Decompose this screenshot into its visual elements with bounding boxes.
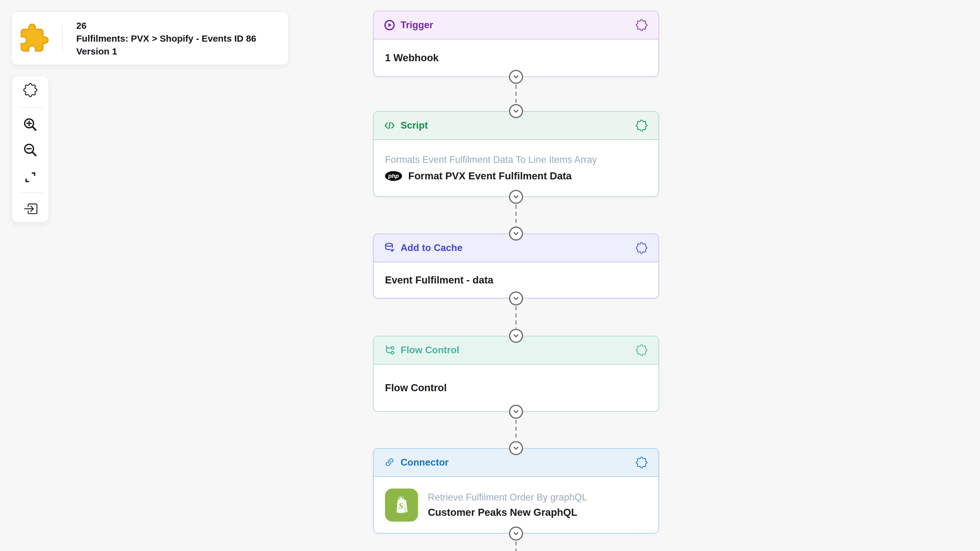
insert-step-chevron[interactable] (509, 405, 523, 419)
insert-step-chevron[interactable] (509, 329, 523, 343)
node-trigger[interactable]: Trigger 1 Webhook (373, 11, 659, 77)
node-settings-button[interactable] (635, 119, 648, 132)
insert-step-chevron[interactable] (509, 227, 523, 241)
connector-dash (515, 205, 517, 226)
node-connector[interactable]: Connector Retrieve Fulfilment Order By g… (373, 448, 659, 534)
zoom-out-button[interactable] (22, 142, 38, 158)
toolbar-divider (19, 192, 43, 193)
chevron-down-icon (511, 331, 520, 340)
workflow-version: Version 1 (76, 45, 256, 57)
node-title: Customer Peaks New GraphQL (428, 507, 587, 518)
gear-icon (636, 457, 648, 468)
insert-step-chevron[interactable] (509, 190, 523, 204)
chevron-down-icon (511, 529, 520, 538)
node-script-body: Formats Event Fulfilment Data To Line It… (374, 140, 659, 196)
exit-button[interactable] (22, 200, 38, 217)
fit-to-screen-button[interactable] (22, 169, 38, 186)
toolbar-divider (19, 107, 43, 108)
node-title: Flow Control (385, 382, 647, 394)
node-label: Trigger (401, 20, 433, 30)
node-settings-button[interactable] (635, 241, 648, 254)
card-divider (62, 24, 63, 53)
node-add-to-cache[interactable]: Add to Cache Event Fulfilment - data (373, 233, 659, 299)
node-label: Add to Cache (401, 243, 463, 254)
branch-icon (384, 345, 395, 356)
puzzle-icon (19, 23, 49, 54)
canvas-toolbar (12, 76, 49, 222)
php-badge-icon: php (385, 171, 402, 181)
connector-dash (515, 541, 517, 551)
gear-icon (636, 19, 648, 31)
node-title: 1 Webhook (385, 52, 647, 64)
gear-icon (23, 83, 37, 97)
node-label: Flow Control (401, 345, 460, 356)
node-subtitle: Retrieve Fulfilment Order By graphQL (428, 492, 587, 503)
shopify-icon (385, 489, 418, 522)
chevron-down-icon (511, 294, 520, 303)
node-settings-button[interactable] (635, 456, 648, 469)
exit-icon (23, 202, 37, 216)
gear-icon (636, 345, 648, 356)
node-trigger-header: Trigger (374, 11, 659, 40)
insert-step-chevron[interactable] (509, 291, 523, 305)
play-circle-icon (384, 20, 395, 30)
connector-dash (515, 85, 517, 105)
chevron-down-icon (511, 443, 520, 453)
chevron-down-icon (511, 229, 520, 238)
node-title: Event Fulfilment - data (385, 274, 647, 286)
insert-step-chevron[interactable] (509, 441, 523, 455)
code-icon (384, 120, 395, 131)
chevron-down-icon (511, 192, 520, 202)
chevron-down-icon (511, 407, 520, 416)
database-icon (384, 243, 395, 254)
node-flow-control[interactable]: Flow Control Flow Control (373, 336, 659, 412)
node-subtitle: Formats Event Fulfilment Data To Line It… (385, 154, 647, 165)
node-title: Format PVX Event Fulfilment Data (408, 170, 572, 182)
connector-dash (515, 420, 517, 441)
node-settings-button[interactable] (635, 19, 648, 32)
zoom-out-icon (23, 143, 37, 157)
insert-step-chevron[interactable] (509, 527, 523, 541)
node-label: Script (401, 120, 428, 131)
insert-step-chevron[interactable] (509, 104, 523, 118)
workflow-canvas: { "page": {"background": "#f7f7f8"}, "wo… (0, 0, 980, 551)
node-script[interactable]: Script Formats Event Fulfilment Data To … (373, 111, 659, 197)
chevron-down-icon (511, 106, 520, 116)
settings-button[interactable] (22, 82, 38, 98)
workflow-title: Fulfilments: PVX > Shopify - Events ID 8… (76, 32, 256, 44)
link-icon (384, 457, 395, 468)
gear-icon (636, 120, 648, 131)
insert-step-chevron[interactable] (509, 70, 523, 84)
node-settings-button[interactable] (635, 344, 648, 357)
node-connector-body: Retrieve Fulfilment Order By graphQL Cus… (374, 477, 659, 533)
zoom-in-icon (23, 118, 37, 132)
connector-dash (515, 306, 517, 329)
gear-icon (636, 242, 648, 254)
node-flow-body: Flow Control (374, 365, 659, 411)
workflow-number: 26 (76, 20, 256, 32)
workflow-info-card: 26 Fulfilments: PVX > Shopify - Events I… (11, 11, 289, 65)
workflow-meta: 26 Fulfilments: PVX > Shopify - Events I… (76, 20, 256, 57)
expand-icon (23, 170, 37, 184)
chevron-down-icon (511, 72, 520, 81)
zoom-in-button[interactable] (22, 116, 38, 133)
node-label: Connector (401, 457, 449, 468)
